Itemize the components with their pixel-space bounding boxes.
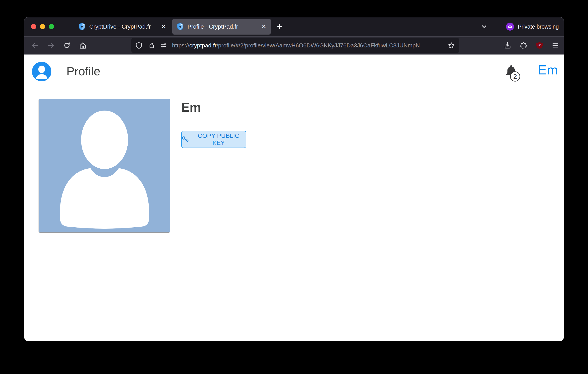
private-browsing-label: Private browsing bbox=[518, 23, 559, 30]
window-controls bbox=[31, 24, 54, 29]
chevron-down-icon bbox=[480, 23, 488, 30]
url-bar[interactable]: https://cryptpad.fr/profile/#/2/profile/… bbox=[131, 38, 459, 53]
list-all-tabs-button[interactable] bbox=[479, 22, 489, 31]
tracking-protection-button[interactable] bbox=[134, 41, 144, 50]
star-icon bbox=[448, 42, 455, 49]
url-path: /profile/#/2/profile/view/AamwH6O6DW6GKK… bbox=[216, 42, 420, 49]
back-button[interactable] bbox=[30, 41, 40, 50]
permissions-button[interactable] bbox=[159, 41, 168, 50]
cryptpad-favicon-icon bbox=[177, 23, 183, 31]
shield-icon bbox=[135, 42, 142, 49]
tab-profile-active[interactable]: Profile - CryptPad.fr ✕ bbox=[172, 19, 271, 35]
notification-count: 2 bbox=[513, 73, 517, 80]
extensions-button[interactable] bbox=[519, 41, 528, 50]
back-arrow-icon bbox=[31, 42, 39, 49]
zoom-window-button[interactable] bbox=[49, 24, 54, 29]
new-tab-button[interactable]: + bbox=[274, 22, 285, 32]
tab-title: CryptDrive - CryptPad.fr bbox=[89, 23, 159, 30]
tab-bar: CryptDrive - CryptPad.fr ✕ Profile - Cry… bbox=[24, 17, 564, 36]
url-domain: cryptpad.fr bbox=[189, 42, 217, 49]
profile-avatar-placeholder bbox=[39, 99, 170, 233]
url-fade-overlay bbox=[427, 42, 446, 49]
profile-app-icon[interactable] bbox=[32, 62, 51, 81]
connection-security-button[interactable] bbox=[147, 41, 157, 50]
menu-button[interactable] bbox=[551, 41, 560, 50]
notification-count-badge: 2 bbox=[510, 71, 520, 82]
home-button[interactable] bbox=[78, 41, 88, 50]
navigation-toolbar: https://cryptpad.fr/profile/#/2/profile/… bbox=[24, 36, 564, 54]
profile-display-name: Em bbox=[181, 100, 201, 114]
reload-button[interactable] bbox=[62, 41, 72, 50]
browser-window: CryptDrive - CryptPad.fr ✕ Profile - Cry… bbox=[24, 17, 564, 341]
tab-close-icon[interactable]: ✕ bbox=[261, 23, 266, 30]
url-scheme: https:// bbox=[172, 42, 189, 49]
private-browsing-indicator: Private browsing bbox=[506, 17, 559, 36]
forward-arrow-icon bbox=[47, 42, 55, 49]
copy-public-key-label: COPY PUBLIC KEY bbox=[191, 132, 246, 146]
cryptpad-favicon-icon bbox=[79, 23, 85, 31]
page-content: Profile 2 Em Em COPY PUBLIC KEY bbox=[24, 54, 564, 341]
url-input[interactable]: https://cryptpad.fr/profile/#/2/profile/… bbox=[172, 42, 446, 49]
reload-icon bbox=[63, 42, 71, 49]
page-title: Profile bbox=[66, 65, 100, 78]
tab-title: Profile - CryptPad.fr bbox=[188, 23, 259, 30]
svg-text:uO: uO bbox=[537, 43, 541, 47]
copy-public-key-button[interactable]: COPY PUBLIC KEY bbox=[181, 131, 246, 148]
tab-cryptdrive[interactable]: CryptDrive - CryptPad.fr ✕ bbox=[74, 19, 171, 35]
ublock-origin-button[interactable]: uO bbox=[535, 41, 544, 50]
minimize-window-button[interactable] bbox=[40, 24, 45, 29]
puzzle-piece-icon bbox=[520, 42, 527, 49]
private-mask-icon bbox=[506, 23, 514, 31]
sliders-icon bbox=[160, 42, 167, 49]
user-menu-link[interactable]: Em bbox=[538, 63, 558, 77]
downloads-button[interactable] bbox=[503, 41, 513, 50]
home-icon bbox=[79, 42, 87, 49]
ublock-shield-icon: uO bbox=[536, 42, 543, 49]
lock-icon bbox=[148, 42, 155, 49]
forward-button[interactable] bbox=[46, 41, 56, 50]
key-icon bbox=[182, 136, 189, 143]
download-icon bbox=[504, 42, 511, 49]
tab-close-icon[interactable]: ✕ bbox=[161, 23, 166, 30]
user-silhouette-icon bbox=[39, 99, 170, 233]
bookmark-star-button[interactable] bbox=[446, 41, 456, 50]
close-window-button[interactable] bbox=[31, 24, 36, 29]
hamburger-icon bbox=[552, 42, 559, 49]
